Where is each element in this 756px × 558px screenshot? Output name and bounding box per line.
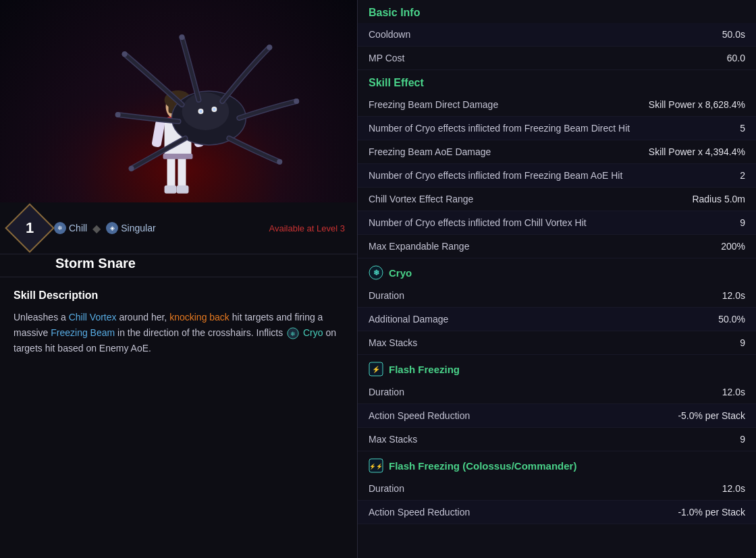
effect-label-6: Max Expandable Range	[369, 241, 469, 252]
svg-rect-4	[177, 186, 189, 194]
effect-value-1: 5	[740, 123, 745, 134]
flash-row-1: Action Speed Reduction -5.0% per Stack	[358, 404, 756, 428]
flash2-value-0: 12.0s	[722, 483, 745, 494]
cryo-label-0: Duration	[369, 290, 404, 301]
cryo-inline-icon: ❄	[287, 327, 299, 339]
freezing-beam-link: Freezing Beam	[51, 327, 115, 338]
effect-row-4: Chill Vortex Effect Range Radius 5.0m	[358, 188, 756, 211]
flash-freezing2-category: ⚡⚡ Flash Freezing (Colossus/Commander)	[358, 451, 756, 477]
cryo-label-2: Max Stacks	[369, 337, 417, 348]
flash2-row-1: Action Speed Reduction -1.0% per Stack	[358, 501, 756, 524]
cryo-label-1: Additional Damage	[369, 314, 448, 325]
character-illustration	[0, 7, 357, 202]
mp-cost-label: MP Cost	[369, 53, 404, 63]
chill-label: Chill	[69, 223, 87, 233]
cryo-category-icon: ❄	[369, 265, 383, 280]
effect-value-6: 200%	[721, 241, 745, 252]
effect-value-5: 9	[740, 217, 745, 228]
effect-row-1: Number of Cryo effects inflicted from Fr…	[358, 117, 756, 140]
cryo-value-1: 50.0%	[718, 314, 745, 325]
skill-level-number: 1	[26, 219, 34, 237]
tag-separator: ◆	[92, 222, 101, 235]
cryo-link: Cryo	[303, 327, 323, 338]
flash-freezing2-icon: ⚡⚡	[369, 458, 383, 473]
svg-text:❄: ❄	[373, 269, 379, 277]
skill-level-badge: 1	[5, 203, 55, 253]
svg-point-23	[129, 166, 134, 171]
basic-info-header: Basic Info	[358, 0, 756, 23]
flash-row-2: Max Stacks 9	[358, 428, 756, 451]
flash2-label-0: Duration	[369, 483, 404, 494]
svg-point-25	[179, 34, 184, 40]
skill-info-bar: 1 ❄ Chill ◆ ◈ Singular Available at Leve…	[0, 202, 357, 254]
effect-label-5: Number of Cryo effects inflicted from Ch…	[369, 217, 587, 228]
cryo-row-2: Max Stacks 9	[358, 331, 756, 355]
flash-freezing2-title: Flash Freezing (Colossus/Commander)	[389, 460, 576, 472]
effect-label-3: Number of Cryo effects inflicted from Fr…	[369, 170, 622, 181]
skill-effect-header: Skill Effect	[358, 70, 756, 93]
svg-text:❄: ❄	[290, 331, 296, 337]
svg-text:⚡: ⚡	[372, 365, 381, 374]
effect-row-5: Number of Cryo effects inflicted from Ch…	[358, 211, 756, 235]
chill-vortex-link: Chill Vortex	[69, 312, 117, 323]
svg-point-22	[115, 112, 121, 117]
effect-label-0: Freezing Beam Direct Damage	[369, 99, 498, 110]
left-panel: 1 ❄ Chill ◆ ◈ Singular Available at Leve…	[0, 0, 358, 558]
effect-value-0: Skill Power x 8,628.4%	[649, 99, 745, 110]
cooldown-label: Cooldown	[369, 29, 410, 40]
cryo-value-2: 9	[740, 337, 745, 348]
flash2-value-1: -1.0% per Stack	[678, 507, 745, 518]
singular-icon: ◈	[106, 222, 118, 234]
singular-label: Singular	[121, 223, 155, 233]
effect-value-2: Skill Power x 4,394.4%	[649, 146, 745, 157]
effect-row-6: Max Expandable Range 200%	[358, 235, 756, 258]
skill-name: Storm Snare	[0, 254, 357, 277]
effect-row-2: Freezing Beam AoE Damage Skill Power x 4…	[358, 140, 756, 164]
effect-row-3: Number of Cryo effects inflicted from Fr…	[358, 164, 756, 188]
svg-point-19	[122, 51, 128, 57]
description-title: Skill Description	[14, 289, 344, 302]
flash-value-2: 9	[740, 434, 745, 445]
svg-point-21	[294, 99, 299, 104]
skill-image-area	[0, 0, 357, 202]
flash-row-0: Duration 12.0s	[358, 381, 756, 404]
cryo-title: Cryo	[389, 267, 412, 279]
mp-cost-row: MP Cost 60.0	[358, 47, 756, 70]
cryo-value-0: 12.0s	[722, 290, 745, 301]
effect-label-4: Chill Vortex Effect Range	[369, 194, 473, 204]
effect-label-1: Number of Cryo effects inflicted from Fr…	[369, 123, 630, 134]
flash-freezing-icon: ⚡	[369, 362, 383, 376]
svg-point-24	[277, 159, 282, 165]
svg-point-17	[199, 110, 202, 113]
effect-label-2: Freezing Beam AoE Damage	[369, 146, 491, 157]
skill-tags: ❄ Chill ◆ ◈ Singular	[54, 222, 262, 235]
flash-label-1: Action Speed Reduction	[369, 410, 470, 421]
flash-value-0: 12.0s	[722, 387, 745, 397]
svg-point-20	[267, 45, 272, 50]
flash-value-1: -5.0% per Stack	[678, 410, 745, 421]
skill-description-section: Skill Description Unleashes a Chill Vort…	[0, 277, 357, 558]
svg-rect-3	[165, 186, 177, 194]
svg-rect-6	[163, 154, 193, 159]
knocking-back-link: knocking back	[169, 312, 230, 323]
available-at-text: Available at Level 3	[269, 223, 345, 233]
effect-row-0: Freezing Beam Direct Damage Skill Power …	[358, 93, 756, 117]
cooldown-row: Cooldown 50.0s	[358, 23, 756, 47]
flash-label-2: Max Stacks	[369, 434, 417, 445]
chill-tag: ❄ Chill	[54, 222, 87, 234]
chill-icon: ❄	[54, 222, 66, 234]
cryo-row-1: Additional Damage 50.0%	[358, 308, 756, 331]
singular-tag: ◈ Singular	[106, 222, 155, 234]
cryo-category: ❄ Cryo	[358, 258, 756, 284]
description-body: Unleashes a Chill Vortex around her, kno…	[14, 310, 344, 356]
cooldown-value: 50.0s	[722, 29, 745, 40]
right-panel[interactable]: Basic Info Cooldown 50.0s MP Cost 60.0 S…	[358, 0, 756, 558]
flash2-label-1: Action Speed Reduction	[369, 507, 470, 518]
flash2-row-0: Duration 12.0s	[358, 477, 756, 501]
effect-value-3: 2	[740, 170, 745, 181]
svg-text:⚡⚡: ⚡⚡	[369, 463, 383, 470]
flash-freezing-category: ⚡ Flash Freezing	[358, 355, 756, 381]
cryo-row-0: Duration 12.0s	[358, 284, 756, 308]
svg-point-18	[213, 108, 215, 111]
mp-cost-value: 60.0	[727, 53, 745, 63]
